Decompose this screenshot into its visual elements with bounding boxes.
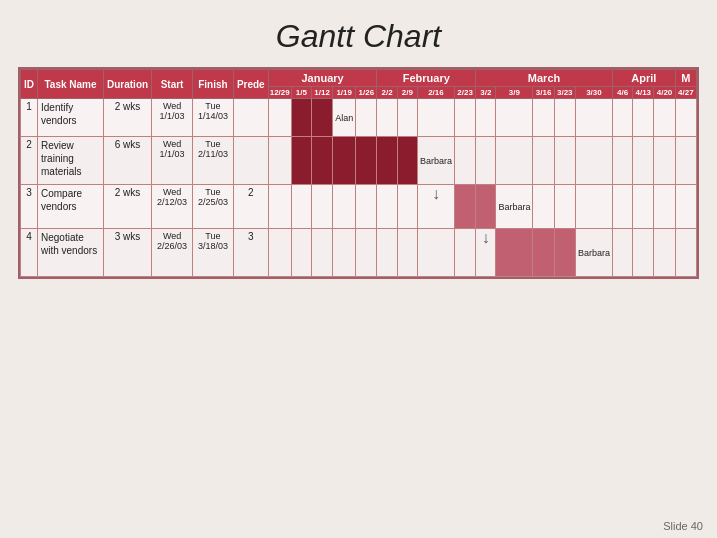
task-duration: 3 wks (104, 229, 152, 277)
gantt-cell (633, 185, 654, 229)
col-header-id: ID (21, 70, 38, 99)
dependency-arrow: ↓ (432, 185, 440, 203)
gantt-cell (476, 137, 496, 185)
chart-container: ID Task Name Duration Start Finish Prede… (18, 67, 699, 279)
month-january: January (268, 70, 377, 87)
gantt-cell (575, 137, 612, 185)
month-m: M (675, 70, 696, 87)
task-start: Wed1/1/03 (152, 99, 193, 137)
gantt-cell (533, 185, 554, 229)
table-row: 1 Identify vendors 2 wks Wed1/1/03 Tue1/… (21, 99, 697, 137)
task-finish: Tue2/25/03 (193, 185, 234, 229)
gantt-cell (417, 99, 454, 137)
month-april: April (612, 70, 675, 87)
col-header-start: Start (152, 70, 193, 99)
gantt-cell (268, 229, 291, 277)
gantt-cell-label: Barbara (575, 229, 612, 277)
gantt-cell (397, 185, 417, 229)
date-col: 3/2 (476, 87, 496, 99)
month-march: March (476, 70, 613, 87)
task-id: 4 (21, 229, 38, 277)
task-name: Compare vendors (38, 185, 104, 229)
gantt-cell (397, 137, 417, 185)
gantt-cell (291, 137, 311, 185)
table-row: 2 Review training materials 6 wks Wed1/1… (21, 137, 697, 185)
gantt-cell (311, 99, 332, 137)
task-finish: Tue2/11/03 (193, 137, 234, 185)
task-start: Wed1/1/03 (152, 137, 193, 185)
gantt-bar-start (292, 99, 311, 136)
task-prede (233, 137, 268, 185)
date-col: 4/6 (612, 87, 632, 99)
gantt-cell (654, 137, 675, 185)
gantt-cell (311, 229, 332, 277)
gantt-cell (612, 229, 632, 277)
gantt-cell (533, 229, 554, 277)
task-finish: Tue3/18/03 (193, 229, 234, 277)
gantt-cell (377, 137, 397, 185)
gantt-cell (417, 229, 454, 277)
gantt-cell (675, 137, 696, 185)
date-col: 3/9 (496, 87, 533, 99)
gantt-cell (268, 137, 291, 185)
table-row: 4 Negotiate with vendors 3 wks Wed2/26/0… (21, 229, 697, 277)
gantt-cell (397, 229, 417, 277)
date-col: 1/26 (356, 87, 377, 99)
gantt-cell (377, 99, 397, 137)
date-col: 3/30 (575, 87, 612, 99)
gantt-cell (311, 185, 332, 229)
date-col: 2/2 (377, 87, 397, 99)
gantt-cell: ↓ (417, 185, 454, 229)
gantt-cell (554, 99, 575, 137)
gantt-cell (454, 229, 475, 277)
col-header-finish: Finish (193, 70, 234, 99)
gantt-cell (377, 185, 397, 229)
date-col: 2/9 (397, 87, 417, 99)
gantt-cell (633, 229, 654, 277)
gantt-cell (612, 185, 632, 229)
task-finish: Tue1/14/03 (193, 99, 234, 137)
col-header-prede: Prede (233, 70, 268, 99)
gantt-cell (533, 137, 554, 185)
date-col: 3/23 (554, 87, 575, 99)
gantt-cell (397, 99, 417, 137)
gantt-cell (633, 99, 654, 137)
date-col: 1/5 (291, 87, 311, 99)
gantt-cell-label: Alan (333, 99, 356, 137)
gantt-cell (654, 185, 675, 229)
gantt-cell (476, 99, 496, 137)
gantt-cell (533, 99, 554, 137)
task-prede: 3 (233, 229, 268, 277)
task-prede (233, 99, 268, 137)
date-col: 4/13 (633, 87, 654, 99)
gantt-cell (454, 137, 475, 185)
gantt-cell (291, 185, 311, 229)
date-col: 2/23 (454, 87, 475, 99)
gantt-cell (377, 229, 397, 277)
gantt-cell (476, 185, 496, 229)
date-col: 4/20 (654, 87, 675, 99)
table-row: 3 Compare vendors 2 wks Wed2/12/03 Tue2/… (21, 185, 697, 229)
gantt-cell-label: Barbara (496, 185, 533, 229)
gantt-cell (333, 185, 356, 229)
task-name: Identify vendors (38, 99, 104, 137)
gantt-cell (496, 137, 533, 185)
gantt-cell (454, 185, 475, 229)
gantt-cell-label: Barbara (417, 137, 454, 185)
gantt-cell (575, 99, 612, 137)
gantt-cell (356, 185, 377, 229)
gantt-cell: ↓ (476, 229, 496, 277)
gantt-cell (554, 229, 575, 277)
gantt-cell (496, 229, 533, 277)
gantt-cell (496, 99, 533, 137)
slide-number: Slide 40 (663, 520, 703, 532)
gantt-cell (356, 137, 377, 185)
col-header-duration: Duration (104, 70, 152, 99)
task-id: 1 (21, 99, 38, 137)
gantt-cell (675, 185, 696, 229)
gantt-cell (268, 185, 291, 229)
gantt-cell (654, 229, 675, 277)
task-prede: 2 (233, 185, 268, 229)
task-id: 2 (21, 137, 38, 185)
task-start: Wed2/12/03 (152, 185, 193, 229)
